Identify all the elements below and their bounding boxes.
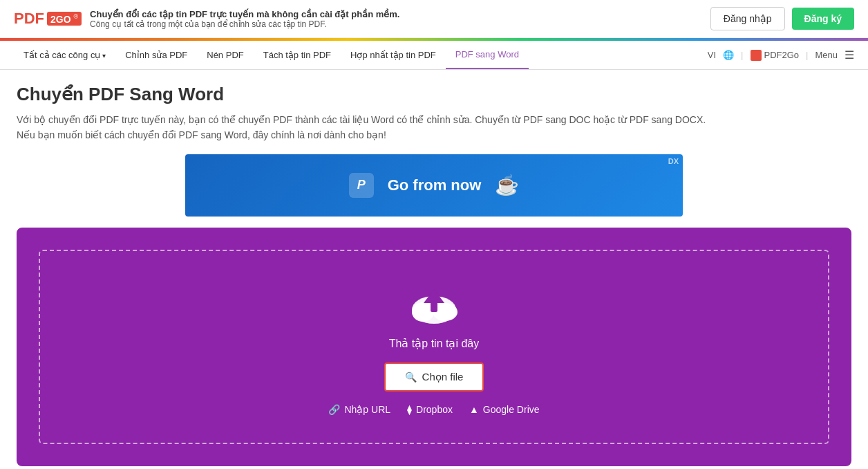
logo-pdf-text: PDF	[14, 10, 44, 28]
page-description: Với bộ chuyển đổi PDF trực tuyến này, bạ…	[17, 112, 708, 143]
logo-2go-text: 2GO ®	[47, 12, 82, 26]
url-label: Nhập URL	[344, 404, 390, 415]
hamburger-icon[interactable]: ☰	[845, 48, 854, 62]
nav-item-all-tools[interactable]: Tất cả các công cụ	[14, 42, 115, 68]
tagline-main: Chuyển đổi các tập tin PDF trực tuyến mà…	[90, 9, 399, 19]
main-content: Chuyển PDF Sang Word Với bộ chuyển đổi P…	[0, 70, 868, 469]
upload-cloud-icon	[406, 279, 462, 327]
svg-marker-4	[424, 289, 444, 303]
ad-cup-icon: ☕	[495, 174, 519, 196]
choose-file-label: Chọn file	[422, 371, 464, 383]
ad-close-button[interactable]: DX	[668, 157, 679, 165]
dropbox-label: Dropbox	[416, 404, 453, 415]
nav-item-pdf-to-word[interactable]: PDF sang Word	[446, 41, 529, 69]
upload-dropzone[interactable]: Thả tập tin tại đây 🔍 Chọn file 🔗 Nhập U…	[39, 250, 829, 444]
header-tagline: Chuyển đổi các tập tin PDF trực tuyến mà…	[90, 9, 399, 29]
nav-brand: PDF2Go	[751, 50, 800, 61]
upload-links: 🔗 Nhập URL ⧫ Dropbox ▲ Google Drive	[328, 404, 539, 415]
nav-globe-icon: 🌐	[723, 50, 734, 60]
nav-menu-label[interactable]: Menu	[815, 50, 838, 60]
choose-file-button[interactable]: 🔍 Chọn file	[384, 362, 484, 392]
gdrive-link[interactable]: ▲ Google Drive	[469, 404, 540, 415]
nav-divider2: |	[806, 50, 808, 60]
nav-item-split-pdf[interactable]: Tách tập tin PDF	[254, 42, 341, 68]
header: PDF 2GO ® Chuyển đổi các tập tin PDF trự…	[0, 0, 868, 38]
logo[interactable]: PDF 2GO ®	[14, 10, 82, 28]
upload-drop-text: Thả tập tin tại đây	[389, 337, 480, 350]
dropbox-link[interactable]: ⧫ Dropbox	[407, 404, 453, 415]
nav-item-merge-pdf[interactable]: Hợp nhất tập tin PDF	[341, 42, 446, 68]
nav-left: Tất cả các công cụ Chỉnh sửa PDF Nén PDF…	[14, 41, 708, 69]
ad-text: Go from now	[388, 176, 482, 194]
link-icon: 🔗	[328, 404, 340, 415]
dropbox-icon: ⧫	[407, 404, 412, 415]
nav-item-edit-pdf[interactable]: Chỉnh sửa PDF	[115, 42, 197, 68]
upload-area: Thả tập tin tại đây 🔍 Chọn file 🔗 Nhập U…	[17, 228, 851, 466]
nav-item-compress-pdf[interactable]: Nén PDF	[197, 42, 253, 68]
login-button[interactable]: Đăng nhập	[710, 7, 785, 30]
gdrive-icon: ▲	[469, 404, 479, 415]
page-title: Chuyển PDF Sang Word	[17, 84, 851, 105]
gdrive-label: Google Drive	[483, 404, 540, 415]
logo-area: PDF 2GO ® Chuyển đổi các tập tin PDF trự…	[14, 9, 699, 29]
nav-lang[interactable]: VI	[708, 50, 716, 60]
ad-banner: DX P Go from now ☕	[185, 154, 683, 217]
nav-brand-label[interactable]: PDF2Go	[764, 50, 800, 60]
nav: Tất cả các công cụ Chỉnh sửa PDF Nén PDF…	[0, 41, 868, 70]
ad-paypal-icon: P	[349, 173, 374, 198]
register-button[interactable]: Đăng ký	[792, 8, 854, 30]
nav-right: VI 🌐 | PDF2Go | Menu ☰	[708, 48, 854, 62]
tagline-sub: Công cụ tất cả trong một của bạn để chỉn…	[90, 19, 399, 29]
nav-pdf2go-icon	[751, 50, 762, 61]
search-icon: 🔍	[405, 371, 417, 383]
nav-divider1: |	[741, 50, 743, 60]
url-input-link[interactable]: 🔗 Nhập URL	[328, 404, 390, 415]
header-actions: Đăng nhập Đăng ký	[710, 7, 854, 30]
